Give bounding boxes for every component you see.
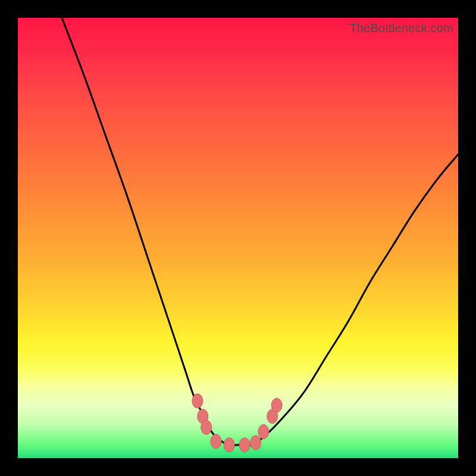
plot-area: TheBottleneck.com <box>18 18 458 458</box>
valley-markers <box>192 394 282 452</box>
chart-frame: TheBottleneck.com <box>0 0 476 476</box>
valley-marker <box>239 438 250 452</box>
valley-marker <box>201 420 212 434</box>
bottleneck-curve-left-path <box>62 18 238 445</box>
valley-marker <box>192 394 203 408</box>
valley-marker <box>271 398 282 412</box>
bottleneck-curve-svg <box>18 18 458 458</box>
valley-marker <box>250 436 261 450</box>
valley-marker <box>258 425 269 439</box>
valley-marker <box>211 434 221 449</box>
bottleneck-curve-right-path <box>238 154 458 446</box>
valley-marker <box>224 438 234 452</box>
